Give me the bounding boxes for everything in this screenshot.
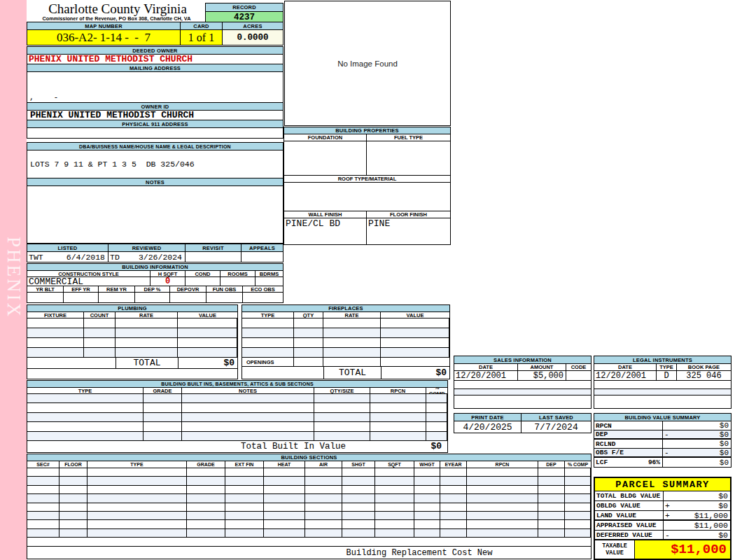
built-ins-table: BUILDING BUILT INS, BASEMENTS, ATTICS & … — [27, 380, 448, 453]
table-row — [27, 486, 591, 494]
openings-label: OPENINGS — [242, 358, 294, 366]
fireplaces-table: FIREPLACES TYPE QTY RATE VALUE OPENINGS … — [241, 304, 450, 379]
taxable-value-label: TAXABLE VALUE — [595, 540, 635, 559]
map-number-label: MAP NUMBER — [27, 22, 181, 29]
card-label: CARD — [181, 22, 223, 29]
revisit-value — [186, 252, 241, 262]
sales-information-table: SALES INFORMATION DATE AMOUNT CODE 12/20… — [454, 356, 592, 409]
built-ins-total-label: Total Built In Value — [202, 442, 384, 451]
table-row — [27, 520, 591, 528]
county-subtitle: Commissioner of the Revenue, PO Box 308,… — [28, 15, 205, 22]
map-number-value: 036-A2- 1-14 - - 7 — [27, 30, 181, 45]
acres-value: 0.0000 — [223, 30, 283, 45]
record-value: 4237 — [206, 12, 283, 22]
deeded-owner-value: PHENIX UNITED METHODIST CHURCH — [27, 55, 283, 64]
table-row — [27, 512, 591, 520]
physical-address-value — [27, 128, 283, 138]
legal-instruments-title: LEGAL INSTRUMENTS — [594, 356, 731, 363]
card-value: 1 of 1 — [181, 30, 223, 45]
record-box: RECORD 4237 — [205, 3, 284, 23]
building-information-title: BUILDING INFORMATION — [27, 264, 283, 270]
legal-instruments-table: LEGAL INSTRUMENTS DATE TYPE BOOK PAGE 12… — [594, 356, 732, 409]
building-properties-table: BUILDING PROPERTIES FOUNDATION FUEL TYPE… — [284, 127, 451, 245]
building-sections-table: BUILDING SECTIONS SEC# FLOOR TYPE GRADE … — [27, 454, 592, 559]
mailing-address-value: , - — [27, 72, 283, 102]
building-replacement-cost-label: Building Replacement Cost New — [321, 548, 517, 558]
heated-sqft-value: 0 — [150, 277, 186, 286]
sales-row: 12/20/2001 $5,000 — [454, 371, 591, 381]
legal-instrument-row: 12/20/2001 D 325 046 — [594, 371, 731, 381]
rooms-value — [220, 277, 255, 286]
building-value-summary-table: BUILDING VALUE SUMMARY RPCN $0 DEP -$0 R… — [594, 413, 732, 468]
table-row — [242, 338, 449, 348]
plumbing-title: PLUMBING — [27, 305, 237, 312]
table-row — [27, 394, 447, 403]
parcel-summary-table: PARCEL SUMMARY TOTAL BLDG VALUE $0 OBLDG… — [594, 477, 732, 560]
no-image-text: No Image Found — [337, 59, 398, 68]
legal-description-value: LOTS 7 9 11 & PT 1 3 5 DB 325/046 — [27, 150, 283, 178]
building-properties-title: BUILDING PROPERTIES — [284, 127, 450, 134]
revisit-label: REVISIT — [186, 244, 241, 251]
building-sections-title: BUILDING SECTIONS — [27, 454, 591, 461]
construction-style-value: COMMERCIAL — [27, 277, 150, 286]
notes-value — [27, 186, 283, 243]
table-row — [27, 477, 591, 485]
physical-address-label: PHYSICAL 911 ADDRESS — [27, 120, 283, 127]
wall-finish-value: PINE/CL BD — [284, 218, 367, 244]
watermark-owner-name: PHENIX — [3, 237, 24, 318]
table-row — [27, 338, 237, 348]
reviewed-label: REVIEWED — [108, 244, 186, 251]
building-information-table: BUILDING INFORMATION CONSTRUCTION STYLE … — [27, 263, 284, 303]
county-title: Charlotte County Virginia — [31, 1, 204, 16]
plumbing-total-label: TOTAL — [116, 358, 178, 368]
table-row — [242, 318, 449, 328]
foundation-value — [284, 141, 367, 175]
cond-value — [186, 277, 220, 286]
print-date-label: PRINT DATE — [454, 414, 522, 421]
roof-type-label: ROOF TYPE/MATERIAL — [284, 176, 450, 182]
plumbing-total-value: $0 — [178, 358, 237, 368]
listed-label: LISTED — [27, 244, 108, 251]
parcel-summary-title: PARCEL SUMMARY — [595, 478, 730, 491]
table-row — [27, 468, 591, 477]
built-ins-title: BUILDING BUILT INS, BASEMENTS, ATTICS & … — [27, 381, 447, 387]
notes-label: NOTES — [27, 178, 283, 186]
last-saved-value: 7/7/2024 — [522, 421, 591, 433]
table-row — [27, 529, 591, 538]
fireplaces-title: FIREPLACES — [242, 305, 449, 312]
mailing-address-label: MAILING ADDRESS — [27, 64, 283, 71]
owner-id-value: PHENIX UNITED METHODIST CHURCH — [27, 111, 283, 120]
foundation-label: FOUNDATION — [284, 134, 367, 141]
owner-block: DEEDED OWNER PHENIX UNITED METHODIST CHU… — [27, 46, 284, 139]
property-record-card: PHENIX Charlotte County Virginia Commiss… — [0, 0, 735, 560]
table-row — [27, 503, 591, 512]
sales-title: SALES INFORMATION — [454, 356, 591, 363]
table-row — [27, 318, 237, 328]
fuel-type-label: FUEL TYPE — [367, 134, 450, 141]
print-date-value: 4/20/2025 — [454, 421, 522, 433]
last-saved-label: LAST SAVED — [522, 414, 591, 421]
table-row — [27, 422, 447, 431]
table-row — [27, 494, 591, 503]
legal-description-block: DBA/BUISNESS NAME/HOUSE NAME & LEGAL DES… — [27, 142, 284, 244]
taxable-value-amount: $11,000 — [635, 540, 730, 559]
record-label: RECORD — [206, 4, 283, 11]
table-row — [27, 328, 237, 338]
building-value-summary-title: BUILDING VALUE SUMMARY — [594, 414, 731, 421]
property-photo-placeholder: No Image Found — [284, 1, 451, 126]
fireplaces-total-value: $0 — [382, 367, 449, 379]
floor-finish-label: FLOOR FINISH — [367, 211, 450, 218]
owner-id-label: OWNER ID — [27, 103, 283, 110]
table-row — [242, 348, 449, 358]
roof-type-value — [284, 183, 450, 211]
appeals-value — [241, 252, 283, 262]
plumbing-table: PLUMBING FIXTURE COUNT RATE VALUE TOTAL … — [27, 304, 238, 379]
fuel-type-value — [367, 141, 450, 175]
built-ins-total-value: $0 — [430, 441, 442, 451]
floor-finish-value: PINE — [367, 218, 450, 244]
reviewed-value: TD3/26/2024 — [108, 252, 186, 262]
bdrms-value — [255, 277, 283, 286]
print-saved-table: PRINT DATE LAST SAVED 4/20/2025 7/7/2024 — [454, 413, 592, 433]
acres-label: ACRES — [223, 22, 283, 29]
table-row — [27, 413, 447, 422]
